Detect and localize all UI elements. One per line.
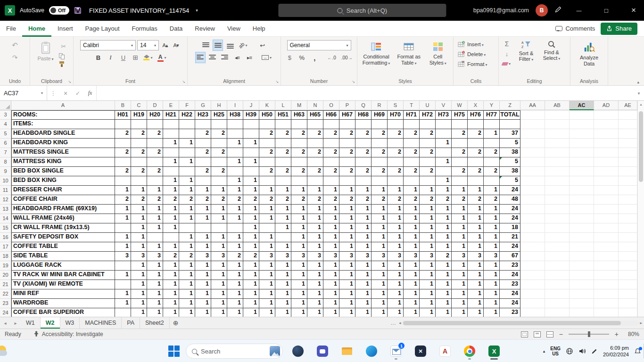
cell-value-17-6[interactable]: 1 <box>211 242 227 252</box>
cell-value-19-9[interactable]: 1 <box>259 261 275 271</box>
cell-AE23[interactable] <box>619 299 637 308</box>
cell-AB10[interactable] <box>545 176 570 186</box>
cell-AC24[interactable] <box>570 308 594 317</box>
cell-value-22-22[interactable]: 1 <box>468 289 484 299</box>
cell-value-24-16[interactable]: 1 <box>372 308 388 317</box>
cell-value-15-11[interactable]: 1 <box>291 223 307 233</box>
cell-value-21-11[interactable]: 1 <box>291 280 307 289</box>
cell-value-20-19[interactable]: 1 <box>420 271 436 280</box>
cell-value-22-10[interactable]: 1 <box>275 289 291 299</box>
cell-value-16-21[interactable]: 1 <box>452 233 468 242</box>
cell-value-20-15[interactable]: 1 <box>355 271 372 280</box>
cell-value-16-2[interactable] <box>147 233 163 242</box>
cell-value-5-22[interactable]: 2 <box>468 129 484 139</box>
cell-value-12-2[interactable]: 2 <box>147 195 163 205</box>
cell-value-14-21[interactable]: 1 <box>452 214 468 223</box>
cell-AA23[interactable] <box>520 299 545 308</box>
cell-value-19-10[interactable]: 1 <box>275 261 291 271</box>
cell-value-13-22[interactable]: 1 <box>468 205 484 214</box>
cell-value-18-1[interactable]: 3 <box>131 252 147 261</box>
row-header-21[interactable]: 21 <box>0 280 11 289</box>
cell-value-11-18[interactable]: 1 <box>404 186 420 195</box>
cell-value-11-19[interactable]: 1 <box>420 186 436 195</box>
cell-value-8-17[interactable] <box>388 157 404 167</box>
cell-value-17-15[interactable]: 1 <box>355 242 372 252</box>
cell-AA20[interactable] <box>520 271 545 280</box>
cell-value-24-0[interactable] <box>115 308 131 317</box>
ribbon-tab-page-layout[interactable]: Page Layout <box>79 21 126 37</box>
cell-value-17-4[interactable]: 1 <box>179 242 195 252</box>
cell-value-17-1[interactable]: 1 <box>131 242 147 252</box>
cell-AA24[interactable] <box>520 308 545 317</box>
cell-value-16-0[interactable]: 1 <box>115 233 131 242</box>
cell-AA18[interactable] <box>520 252 545 261</box>
cell-AB3[interactable] <box>545 110 570 120</box>
format-cells-button[interactable]: Format <box>456 59 496 69</box>
cell-AD4[interactable] <box>594 120 619 129</box>
cell-AB5[interactable] <box>545 129 570 139</box>
cell-value-5-4[interactable] <box>179 129 195 139</box>
cell-value-8-11[interactable] <box>291 157 307 167</box>
cell-AD21[interactable] <box>594 280 619 289</box>
cell-AD18[interactable] <box>594 252 619 261</box>
cell-value-12-23[interactable]: 2 <box>484 195 500 205</box>
column-header-AD[interactable]: AD <box>594 101 619 110</box>
cell-value-8-9[interactable] <box>259 157 275 167</box>
cell-value-13-18[interactable]: 1 <box>404 205 420 214</box>
cell-value-9-10[interactable]: 2 <box>275 167 291 176</box>
cell-value-24-18[interactable]: 1 <box>404 308 420 317</box>
cell-item-name-7[interactable]: MATTRESS SINGLE <box>11 148 115 157</box>
cell-value-12-0[interactable]: 2 <box>115 195 131 205</box>
cell-value-18-14[interactable]: 3 <box>339 252 355 261</box>
cell-value-22-23[interactable]: 1 <box>484 289 500 299</box>
row-header-5[interactable]: 5 <box>0 129 11 139</box>
cell-value-16-23[interactable]: 1 <box>484 233 500 242</box>
cell-value-24-19[interactable]: 1 <box>420 308 436 317</box>
ribbon-tab-file[interactable]: File <box>0 21 22 37</box>
cell-value-8-16[interactable] <box>372 157 388 167</box>
cell-value-12-18[interactable]: 2 <box>404 195 420 205</box>
cell-value-9-3[interactable] <box>163 167 179 176</box>
cell-value-9-4[interactable] <box>179 167 195 176</box>
cell-value-17-10[interactable]: 1 <box>275 242 291 252</box>
cell-value-8-10[interactable] <box>275 157 291 167</box>
cell-item-name-17[interactable]: COFFEE TABLE <box>11 242 115 252</box>
cell-AE5[interactable] <box>619 129 637 139</box>
column-header-A[interactable]: A <box>11 101 115 110</box>
cell-value-5-0[interactable]: 2 <box>115 129 131 139</box>
taskbar-app-file-explorer[interactable] <box>338 342 356 361</box>
cell-AC10[interactable] <box>570 176 594 186</box>
cell-value-7-20[interactable] <box>436 148 452 157</box>
cell-value-24-21[interactable]: 1 <box>452 308 468 317</box>
cell-value-7-17[interactable]: 2 <box>388 148 404 157</box>
cell-AA6[interactable] <box>520 139 545 148</box>
cell-room-header-H68[interactable]: H68 <box>355 110 372 120</box>
cell-value-7-3[interactable] <box>163 148 179 157</box>
cell-value-23-16[interactable]: 1 <box>372 299 388 308</box>
cell-value-15-12[interactable]: 1 <box>307 223 323 233</box>
cell-value-16-11[interactable]: 1 <box>291 233 307 242</box>
cell-value-21-5[interactable]: 1 <box>195 280 211 289</box>
cell-value-20-0[interactable]: 1 <box>115 271 131 280</box>
cell-value-7-9[interactable]: 2 <box>259 148 275 157</box>
format-as-table-button[interactable]: Format as Table <box>394 39 424 67</box>
ribbon-tab-insert[interactable]: Insert <box>51 21 79 37</box>
cell-AE13[interactable] <box>619 205 637 214</box>
cell-value-18-8[interactable]: 2 <box>243 252 259 261</box>
cell-value-9-7[interactable] <box>227 167 243 176</box>
cell-4-1[interactable] <box>115 120 131 129</box>
row-header-7[interactable]: 7 <box>0 148 11 157</box>
cell-4-13[interactable] <box>307 120 323 129</box>
ribbon-tab-home[interactable]: Home <box>22 21 51 37</box>
percent-style-icon[interactable] <box>297 52 306 63</box>
cell-value-5-2[interactable]: 2 <box>147 129 163 139</box>
cell-value-11-0[interactable]: 1 <box>115 186 131 195</box>
number-dialog-launcher[interactable] <box>352 80 355 84</box>
cell-value-12-10[interactable]: 2 <box>275 195 291 205</box>
cell-value-24-2[interactable]: 1 <box>147 308 163 317</box>
taskbar-app-red-a[interactable] <box>436 342 454 361</box>
cell-AE16[interactable] <box>619 233 637 242</box>
cell-total-21[interactable]: 23 <box>500 280 520 289</box>
cell-value-20-23[interactable]: 1 <box>484 271 500 280</box>
analyze-data-button[interactable]: Analyze Data <box>573 39 605 68</box>
